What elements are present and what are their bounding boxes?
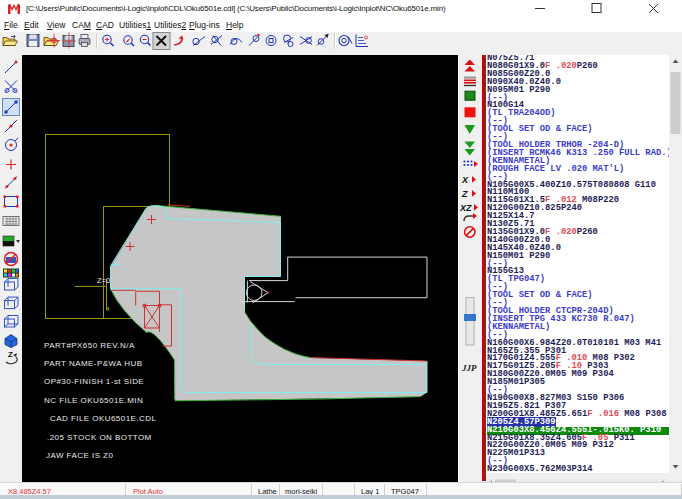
svg-text:Z: Z (8, 350, 13, 359)
svg-text:JJP: JJP (461, 363, 477, 373)
svg-text:Z: Z (461, 189, 468, 199)
svg-text:X: X (461, 175, 469, 185)
svg-text:XZ: XZ (459, 203, 472, 213)
